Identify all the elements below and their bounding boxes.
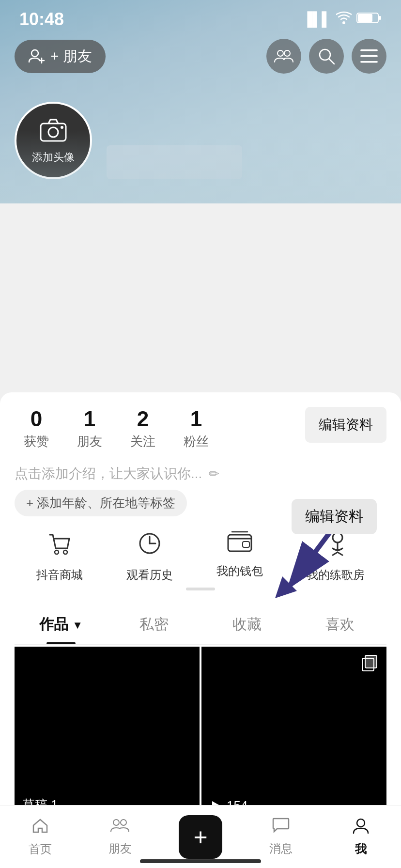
tab-arrow-icon: ▼ <box>72 619 83 631</box>
svg-line-29 <box>333 552 338 555</box>
svg-point-4 <box>31 50 38 57</box>
likes-count: 0 <box>15 407 58 431</box>
history-icon <box>137 531 162 561</box>
followers-count: 1 <box>174 407 218 431</box>
stat-likes: 0 获赞 <box>15 407 68 450</box>
album-icon <box>361 654 379 676</box>
signal-icon: ▐▌▌ <box>302 12 331 27</box>
nav-plus[interactable]: + <box>171 815 230 859</box>
plus-button[interactable]: + <box>179 815 222 859</box>
nav-me[interactable]: 我 <box>332 817 390 857</box>
svg-line-30 <box>338 552 342 555</box>
bio-text[interactable]: 点击添加介绍，让大家认识你... ✏ <box>15 465 386 483</box>
svg-point-8 <box>284 50 290 56</box>
svg-point-15 <box>48 127 58 137</box>
tab-likes-label: 喜欢 <box>325 616 355 632</box>
content-grid: 草稿 1 154 <box>15 647 386 821</box>
svg-rect-3 <box>379 16 381 20</box>
svg-point-0 <box>342 21 345 24</box>
svg-rect-2 <box>358 14 372 22</box>
svg-rect-25 <box>228 535 251 551</box>
battery-icon <box>356 11 382 28</box>
add-friend-label: + 朋友 <box>50 46 92 66</box>
stats-row: 0 获赞 1 朋友 2 关注 1 粉丝 编辑资料 <box>15 407 386 450</box>
svg-point-20 <box>55 550 59 554</box>
history-label: 观看历史 <box>126 567 173 583</box>
likes-label: 获赞 <box>15 433 58 450</box>
add-friend-button[interactable]: + 朋友 <box>15 40 106 73</box>
camera-icon <box>39 117 68 147</box>
wallet-icon <box>227 531 252 558</box>
shop-label: 抖音商城 <box>36 567 83 583</box>
followers-label: 粉丝 <box>174 433 218 450</box>
svg-rect-12 <box>360 55 378 57</box>
scroll-indicator <box>186 588 215 590</box>
action-karaoke[interactable]: 我的练歌房 <box>307 531 365 583</box>
profile-card: 编辑资料 0 获赞 1 朋友 2 关注 1 粉丝 编辑资料 <box>0 392 401 868</box>
svg-rect-26 <box>243 542 249 547</box>
avatar-container[interactable]: 添加头像 <box>15 102 92 179</box>
following-label: 关注 <box>121 433 165 450</box>
tab-private[interactable]: 私密 <box>108 605 200 644</box>
svg-rect-13 <box>360 61 378 63</box>
me-icon <box>352 817 370 838</box>
tab-likes[interactable]: 喜欢 <box>293 605 386 644</box>
action-history[interactable]: 观看历史 <box>126 531 173 583</box>
home-indicator <box>140 859 261 863</box>
nav-messages[interactable]: 消息 <box>252 817 310 856</box>
nav-friends[interactable]: 朋友 <box>91 817 149 856</box>
quick-actions: 抖音商城 观看历史 我的钱包 <box>15 531 386 583</box>
following-count: 2 <box>121 407 165 431</box>
nav-icon-group <box>266 39 386 74</box>
tab-favorites-label: 收藏 <box>232 616 262 632</box>
action-wallet[interactable]: 我的钱包 <box>216 531 263 583</box>
svg-point-9 <box>320 49 330 60</box>
edit-profile-annotation-label: 编辑资料 <box>292 499 377 534</box>
svg-point-7 <box>278 50 283 56</box>
svg-rect-32 <box>365 655 377 668</box>
menu-icon-button[interactable] <box>352 39 386 74</box>
wallet-label: 我的钱包 <box>216 563 263 579</box>
top-nav: + 朋友 <box>0 39 401 74</box>
profile-row: 添加头像 <box>15 102 242 179</box>
tab-favorites[interactable]: 收藏 <box>200 605 293 644</box>
svg-point-36 <box>357 819 365 827</box>
bio-placeholder: 点击添加介绍，让大家认识你... <box>15 465 202 483</box>
add-tags-button[interactable]: + 添加年龄、所在地等标签 <box>15 490 187 516</box>
status-bar: 10:48 ▐▌▌ <box>0 0 401 39</box>
stat-followers[interactable]: 1 粉丝 <box>174 407 228 450</box>
svg-point-16 <box>61 126 63 129</box>
shop-icon <box>47 531 72 561</box>
edit-profile-button[interactable]: 编辑资料 <box>305 407 386 443</box>
svg-point-35 <box>121 820 126 825</box>
grid-item-draft[interactable]: 草稿 1 <box>15 647 200 821</box>
wifi-icon <box>336 11 352 28</box>
grid-item-video[interactable]: 154 <box>201 647 386 821</box>
plus-icon: + <box>193 825 207 849</box>
svg-point-27 <box>333 533 342 542</box>
messages-icon <box>272 817 290 838</box>
content-tabs: 作品 ▼ 私密 收藏 喜欢 <box>15 605 386 645</box>
nav-home[interactable]: 首页 <box>11 817 69 857</box>
stat-friends[interactable]: 1 朋友 <box>68 407 121 450</box>
karaoke-icon <box>323 531 348 561</box>
friends-icon-button[interactable] <box>266 39 301 74</box>
tab-works-label: 作品 <box>39 616 68 632</box>
svg-line-10 <box>329 59 334 64</box>
bottom-nav: 首页 朋友 + 消息 我 <box>0 805 401 868</box>
search-icon-button[interactable] <box>309 39 344 74</box>
nav-me-label: 我 <box>355 841 367 857</box>
friends-label: 朋友 <box>68 433 111 450</box>
svg-point-21 <box>63 550 67 554</box>
username-placeholder <box>107 145 242 179</box>
svg-rect-11 <box>360 49 378 51</box>
status-icons: ▐▌▌ <box>302 11 382 28</box>
friends-count: 1 <box>68 407 111 431</box>
edit-pencil-icon: ✏ <box>209 466 219 481</box>
nav-messages-label: 消息 <box>269 841 293 856</box>
tab-works[interactable]: 作品 ▼ <box>15 605 108 644</box>
action-shop[interactable]: 抖音商城 <box>36 531 83 583</box>
stat-following[interactable]: 2 关注 <box>121 407 174 450</box>
karaoke-label: 我的练歌房 <box>307 567 365 583</box>
nav-home-label: 首页 <box>29 841 52 857</box>
